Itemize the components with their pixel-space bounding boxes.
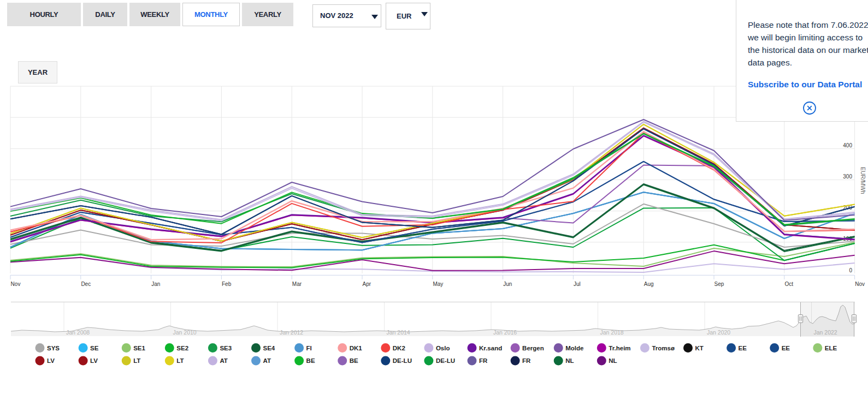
svg-text:Jan: Jan [151,281,160,287]
svg-text:AT: AT [263,357,271,364]
svg-text:SE4: SE4 [263,345,275,351]
svg-text:Nov: Nov [11,281,21,287]
svg-text:DK1: DK1 [350,345,363,351]
svg-text:EE: EE [739,345,747,351]
svg-text:BE: BE [350,357,358,364]
svg-text:Sep: Sep [715,281,724,287]
svg-text:LT: LT [133,357,140,364]
svg-text:SE3: SE3 [220,345,232,351]
svg-text:Jun: Jun [503,281,512,287]
svg-text:Jan 2008: Jan 2008 [66,329,90,336]
svg-text:LT: LT [176,357,184,364]
svg-text:SE2: SE2 [176,345,188,351]
svg-text:Tromsø: Tromsø [652,345,675,351]
svg-text:ELE: ELE [825,345,837,351]
svg-text:DK2: DK2 [393,345,405,351]
svg-text:LV: LV [90,357,98,364]
svg-text:Jan 2020: Jan 2020 [707,329,730,336]
svg-text:300: 300 [843,174,852,180]
svg-text:Feb: Feb [222,281,232,287]
svg-text:FR: FR [479,357,488,364]
svg-text:Dec: Dec [81,281,91,287]
svg-text:Jul: Jul [574,281,581,287]
svg-text:Kr.sand: Kr.sand [479,345,502,351]
svg-text:FI: FI [306,345,312,351]
svg-text:KT: KT [695,345,704,351]
svg-text:EE: EE [782,345,790,351]
svg-text:Oslo: Oslo [436,345,450,351]
svg-text:Apr: Apr [363,281,371,287]
svg-text:SYS: SYS [47,345,60,351]
svg-text:AT: AT [220,357,227,364]
svg-text:Nov: Nov [855,281,865,287]
svg-text:Jan 2016: Jan 2016 [493,329,517,336]
svg-text:Jan 2018: Jan 2018 [600,329,624,336]
svg-text:Jan 2014: Jan 2014 [387,329,410,336]
svg-text:FR: FR [522,357,531,364]
svg-text:EUR/MWh: EUR/MWh [860,167,866,194]
svg-text:BE: BE [306,357,315,364]
svg-text:Molde: Molde [565,345,583,351]
svg-text:SE: SE [90,345,99,351]
svg-text:DE-LU: DE-LU [393,357,412,364]
svg-text:Aug: Aug [644,281,654,287]
svg-text:Bergen: Bergen [522,345,544,351]
svg-text:0: 0 [849,267,852,273]
svg-text:Jan 2012: Jan 2012 [280,329,303,336]
svg-text:NL: NL [565,357,574,364]
svg-text:NL: NL [609,357,617,364]
svg-text:Oct: Oct [784,281,793,287]
svg-text:400: 400 [843,142,852,148]
svg-text:DE-LU: DE-LU [436,357,455,364]
svg-text:Jan 2010: Jan 2010 [173,329,197,336]
svg-text:Tr.heim: Tr.heim [609,345,630,351]
svg-text:May: May [433,281,443,287]
svg-text:SE1: SE1 [133,345,145,351]
svg-text:Mar: Mar [292,281,302,287]
svg-text:LV: LV [47,357,55,364]
